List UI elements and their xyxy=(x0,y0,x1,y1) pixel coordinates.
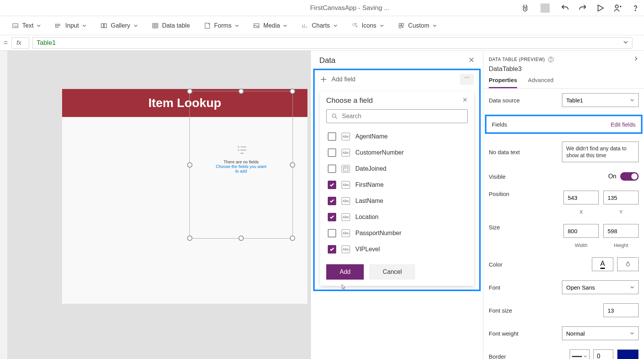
ribbon-media[interactable]: Media xyxy=(253,22,288,30)
chevron-right-icon[interactable] xyxy=(633,56,639,63)
field-item[interactable]: AbcLocation xyxy=(326,209,468,225)
svg-point-17 xyxy=(551,61,551,61)
close-icon[interactable] xyxy=(462,97,468,104)
ribbon-datatable[interactable]: Data table xyxy=(151,22,190,30)
svg-point-1 xyxy=(615,5,618,8)
object-name: DataTable3 xyxy=(483,65,644,77)
label-position: Position xyxy=(489,191,509,197)
border-width-input[interactable]: 0 xyxy=(593,349,613,359)
formula-input[interactable]: Table1 xyxy=(32,37,632,49)
checkbox[interactable] xyxy=(328,148,336,157)
ribbon-custom[interactable]: Custom xyxy=(398,22,437,30)
chevron-down-icon xyxy=(36,22,41,29)
svg-point-2 xyxy=(635,10,636,11)
size-height-input[interactable]: 598 xyxy=(603,224,639,238)
add-button[interactable]: Add xyxy=(326,264,364,280)
more-icon[interactable]: ··· xyxy=(460,74,474,85)
tab-advanced[interactable]: Advanced xyxy=(528,77,554,88)
chevron-down-icon xyxy=(82,22,87,29)
visible-toggle[interactable]: On xyxy=(608,172,639,181)
font-dropdown[interactable]: Open Sans xyxy=(562,280,639,294)
popup-title: Choose a field xyxy=(326,96,373,105)
share-icon[interactable] xyxy=(613,3,623,13)
edit-fields-link[interactable]: Edit fields xyxy=(611,121,636,128)
title-bar: FirstCanvasApp - Saving ... xyxy=(0,0,644,16)
field-label: CustomerNumber xyxy=(355,149,404,156)
field-label: PassportNumber xyxy=(355,230,401,237)
ribbon-text[interactable]: AbcText xyxy=(12,22,41,30)
resize-handle[interactable] xyxy=(238,89,244,94)
redo-icon[interactable] xyxy=(578,3,587,13)
field-item[interactable]: DateJoined xyxy=(326,161,468,177)
text-type-icon: Abc xyxy=(342,245,350,253)
svg-text:Abc: Abc xyxy=(14,25,18,27)
tab-properties[interactable]: Properties xyxy=(489,77,517,88)
font-color-button[interactable]: A xyxy=(592,257,613,271)
resize-handle[interactable] xyxy=(290,162,295,168)
ribbon-charts[interactable]: Charts xyxy=(301,22,337,30)
chevron-down-icon xyxy=(380,22,384,29)
field-item[interactable]: AbcPassportNumber xyxy=(326,225,468,241)
resize-handle[interactable] xyxy=(290,235,295,241)
data-source-dropdown[interactable]: Table1 xyxy=(562,93,639,107)
ribbon-gallery[interactable]: Gallery xyxy=(100,22,138,30)
checkbox[interactable] xyxy=(328,245,336,254)
fontweight-dropdown[interactable]: Normal xyxy=(562,326,639,340)
help-icon[interactable] xyxy=(631,3,640,13)
divider xyxy=(540,3,550,13)
position-x-input[interactable]: 543 xyxy=(564,191,599,204)
left-gutter xyxy=(0,51,8,359)
resize-handle[interactable] xyxy=(290,89,295,94)
text-type-icon: Abc xyxy=(342,229,350,237)
checkbox[interactable] xyxy=(328,213,336,221)
search-input[interactable] xyxy=(326,109,468,123)
choose-field-popup: Choose a field AbcAgentNameAbcCustomerNu… xyxy=(320,92,474,286)
label-fields: Fields xyxy=(492,121,507,128)
close-icon[interactable] xyxy=(468,57,475,64)
field-item[interactable]: AbcFirstName xyxy=(326,177,468,193)
checkbox[interactable] xyxy=(328,197,336,205)
text-type-icon: Abc xyxy=(342,181,350,189)
fill-color-button[interactable] xyxy=(617,257,639,271)
border-color-button[interactable] xyxy=(617,349,639,359)
label-no-data: No data text xyxy=(489,149,520,155)
svg-rect-7 xyxy=(153,23,158,28)
field-item[interactable]: AbcCustomerNumber xyxy=(326,145,468,161)
checkbox[interactable] xyxy=(328,132,336,141)
svg-rect-12 xyxy=(402,23,404,25)
canvas[interactable]: Item Lookup There are no fields Choose t… xyxy=(8,51,310,359)
field-item[interactable]: AbcAgentName xyxy=(326,128,468,145)
resize-handle[interactable] xyxy=(187,89,192,94)
resize-handle[interactable] xyxy=(238,235,244,241)
resize-handle[interactable] xyxy=(187,235,192,241)
field-item[interactable]: AbcVIPLevel xyxy=(326,241,468,257)
label-font: Font xyxy=(489,284,500,291)
ribbon-icons[interactable]: Icons xyxy=(351,22,384,30)
size-width-input[interactable]: 800 xyxy=(564,224,599,238)
datatable-selection[interactable]: There are no fields Choose the fields yo… xyxy=(189,91,293,239)
ribbon-input[interactable]: Input xyxy=(54,22,87,30)
fontsize-input[interactable]: 13 xyxy=(603,303,639,317)
no-data-text-input[interactable]: We didn't find any data to show at this … xyxy=(562,142,639,162)
info-icon xyxy=(548,56,554,63)
border-style-dropdown[interactable] xyxy=(570,349,590,359)
chevron-down-icon xyxy=(623,39,628,47)
fx-selector[interactable]: fx xyxy=(12,37,29,49)
empty-state: There are no fields Choose the fields yo… xyxy=(215,141,267,173)
position-y-input[interactable]: 135 xyxy=(603,191,639,204)
undo-icon[interactable] xyxy=(560,3,570,13)
ribbon-forms[interactable]: Forms xyxy=(204,22,239,30)
add-field-button[interactable]: Add field xyxy=(320,76,355,83)
fields-row-highlight: Fields Edit fields xyxy=(485,115,642,134)
checkbox[interactable] xyxy=(328,181,336,189)
resize-handle[interactable] xyxy=(187,162,192,168)
health-icon[interactable] xyxy=(521,3,530,13)
checkbox[interactable] xyxy=(328,165,336,173)
svg-rect-6 xyxy=(104,23,107,28)
play-icon[interactable] xyxy=(596,3,605,13)
cancel-button[interactable]: Cancel xyxy=(369,264,415,280)
field-item[interactable]: AbcLastName xyxy=(326,193,468,209)
svg-point-14 xyxy=(332,114,336,117)
label-fontweight: Font weight xyxy=(489,330,519,337)
checkbox[interactable] xyxy=(328,229,336,237)
